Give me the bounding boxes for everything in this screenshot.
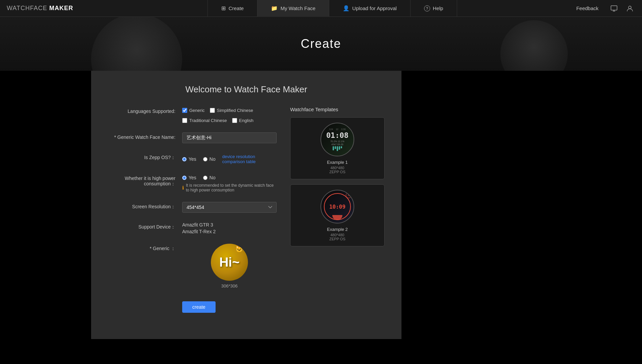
support-device-row: Support Device： Amazfit GTR 3 Amazfit T-… [108,222,277,234]
svg-rect-0 [611,6,617,10]
template-card-1[interactable]: 124123:36 01:08 70.2% 12.1% 4547 05-20 [290,117,385,179]
wf1-percentage: 70.2% 12.1% [330,140,344,143]
bar-4 [339,146,340,150]
languages-control: Generic Simplified Chinese Traditional C… [182,107,277,123]
logo-maker: MAKER [49,5,73,11]
traditional-chinese-label: Traditional Chinese [189,118,227,123]
main-container: Welcome to Watch Face Maker Languages Su… [91,71,401,339]
traditional-chinese-checkbox[interactable] [182,118,187,123]
nav-upload-label: Upload for Approval [352,5,397,11]
template-1-os: ZEPP OS [327,170,347,174]
watch-clock-deco: ⊙ [214,248,217,251]
device-list: Amazfit GTR 3 Amazfit T-Rex 2 [182,222,277,234]
bar-3 [337,146,338,151]
checkbox-simplified-chinese[interactable]: Simplified Chinese [210,108,253,113]
welcome-title: Welcome to Watch Face Maker [108,84,385,95]
help-icon: ? [424,5,430,11]
checkbox-generic[interactable]: Generic [182,108,205,113]
device-resolution-link[interactable]: device resolution comparison table [222,154,277,164]
wf1-date: 4547 05-20 [331,143,343,146]
preview-size-text: 306*306 [221,283,238,289]
zepp-no[interactable]: No [203,156,216,162]
wf2-compass: N [346,192,352,198]
template-2-os: ZEPP OS [327,237,347,241]
watch-face-1-inner: 124123:36 01:08 70.2% 12.1% 4547 05-20 [322,124,353,155]
info-icon: ℹ [182,185,184,190]
nav-my-watch-face[interactable]: 📁 My Watch Face [257,0,329,17]
checkbox-english[interactable]: English [232,118,254,123]
bar-2 [335,146,336,149]
english-label: English [239,118,254,123]
generic-checkbox-label: Generic [189,108,205,113]
high-power-no-radio[interactable] [203,176,207,180]
wf1-top-stats: 124123:36 [329,128,345,130]
high-power-yes-radio[interactable] [182,176,187,180]
generic-preview-control: ⊙ 🐱 Hi~ 306*306 [182,244,277,289]
nav-help-label: Help [433,5,443,11]
high-power-no[interactable]: No [203,175,216,180]
zepp-yes-label: Yes [189,156,196,162]
upload-icon: 👤 [343,5,350,11]
zepp-no-radio[interactable] [203,157,207,161]
device-item-1: Amazfit GTR 3 [182,222,277,228]
high-power-yes[interactable]: Yes [182,175,196,180]
nav-create[interactable]: ⊞ Create [207,0,257,17]
nav-help[interactable]: ? Help [411,0,457,17]
template-2-res: 480*480 [327,233,347,237]
bar-5 [341,146,342,148]
wf1-time: 01:08 [326,131,348,140]
hero-title: Create [301,37,341,51]
languages-label: Languages Supported: [108,107,175,114]
high-power-info: ℹ It is recommended to set the dynamic w… [182,183,277,192]
high-power-yes-label: Yes [189,175,196,180]
svg-point-1 [629,6,631,9]
high-power-no-label: No [210,175,216,180]
zepp-yes-radio[interactable] [182,157,187,161]
screen-resolution-row: Screen Resolution： 454*454 480*480 360*3… [108,202,277,213]
checkbox-traditional-chinese[interactable]: Traditional Chinese [182,118,227,123]
zepp-radio-group: Yes No device resolution comparison tabl… [182,153,277,164]
high-power-row: Whether it is high power consumption： Ye… [108,174,277,192]
english-checkbox[interactable] [232,118,237,123]
template-1-res: 480*480 [327,166,347,170]
nav-mywatchface-label: My Watch Face [280,5,315,11]
template-watch-2: 10:09 N [320,190,354,223]
watch-name-label: * Generic Watch Face Name: [108,132,175,140]
watch-face-2-inner: 10:09 N [322,191,353,222]
feedback-button[interactable]: Feedback [571,5,604,11]
templates-grid: 124123:36 01:08 70.2% 12.1% 4547 05-20 [290,117,385,246]
create-button-control: create [182,298,277,313]
screen-resolution-label: Screen Resolution： [108,202,175,210]
template-2-name: Example 2 [327,227,347,232]
form-section: Languages Supported: Generic Simplified … [108,107,277,322]
hero-watch-right [500,20,568,71]
watch-name-input[interactable] [182,132,277,143]
generic-checkbox[interactable] [182,108,187,113]
navbar: WATCHFACE MAKER ⊞ Create 📁 My Watch Face… [0,0,642,17]
nav-right: Feedback [571,3,635,14]
screen-icon-button[interactable] [609,3,619,14]
watch-name-control [182,132,277,143]
template-watch-1: 124123:36 01:08 70.2% 12.1% 4547 05-20 [320,123,354,156]
screen-resolution-select[interactable]: 454*454 480*480 360*360 [182,202,277,213]
create-button[interactable]: create [182,301,216,313]
main-content: Languages Supported: Generic Simplified … [108,107,385,322]
zepp-os-control: Yes No device resolution comparison tabl… [182,153,277,164]
screen-resolution-control: 454*454 480*480 360*360 [182,202,277,213]
bar-1 [333,146,334,150]
nav-upload-approval[interactable]: 👤 Upload for Approval [329,0,411,17]
user-icon-button[interactable] [624,3,635,14]
template-card-2[interactable]: 10:09 N Example 2 480*480 ZEPP OS [290,184,385,246]
watch-name-row: * Generic Watch Face Name: [108,132,277,143]
template-1-name: Example 1 [327,160,347,165]
watch-hi-text: Hi~ [219,255,240,270]
simplified-chinese-checkbox[interactable] [210,108,215,113]
wf1-bars [333,146,342,151]
create-button-spacer [108,298,175,300]
create-button-row: create [108,298,277,313]
hero-background: Create [0,17,642,71]
nav-create-label: Create [228,5,244,11]
templates-title: Watchface Templates [290,107,385,112]
watch-preview: ⊙ 🐱 Hi~ [211,244,248,281]
zepp-yes[interactable]: Yes [182,156,196,162]
